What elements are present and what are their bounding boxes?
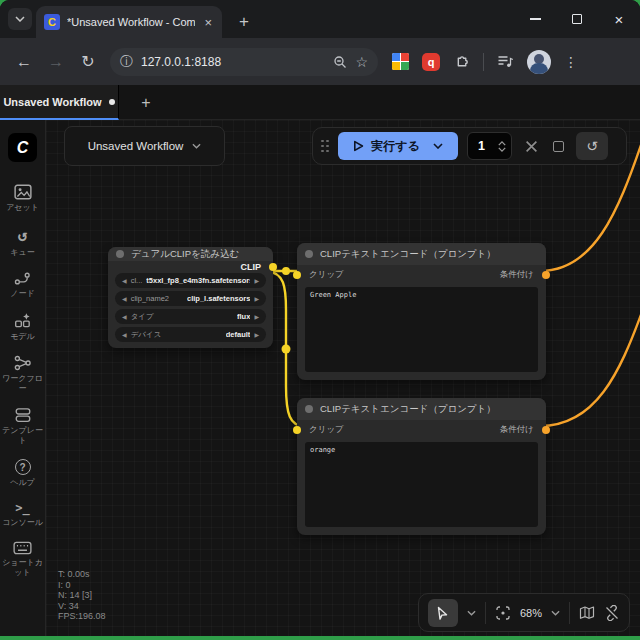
- clear-queue-button[interactable]: [525, 140, 538, 153]
- image-icon: [14, 184, 32, 200]
- clip-input-pin[interactable]: [293, 426, 301, 434]
- forward-button: →: [40, 46, 72, 78]
- focus-icon: [495, 605, 511, 621]
- fit-view-button[interactable]: [495, 605, 511, 621]
- prompt-textarea[interactable]: orange: [305, 442, 538, 527]
- browser-menu-icon[interactable]: ⋮: [564, 54, 578, 70]
- sidebar-item-nodes[interactable]: ノード: [0, 271, 45, 299]
- comfyui-logo[interactable]: C: [8, 133, 37, 162]
- node-header[interactable]: CLIPテキストエンコード（プロンプト）: [297, 243, 546, 265]
- run-button[interactable]: 実行する: [338, 132, 458, 160]
- conditioning-output-pin[interactable]: [542, 271, 550, 279]
- zoom-chevron[interactable]: [551, 610, 560, 616]
- play-icon: [353, 140, 364, 152]
- stat-version: V: 34: [58, 601, 106, 612]
- google-extension-icon[interactable]: [392, 53, 409, 70]
- stop-button[interactable]: [553, 141, 564, 152]
- extensions-puzzle-icon[interactable]: [453, 53, 470, 70]
- back-button[interactable]: ←: [8, 46, 40, 78]
- minimap-button[interactable]: [579, 605, 595, 620]
- queue-count-stepper[interactable]: 1: [467, 132, 512, 160]
- prompt-textarea[interactable]: Green Apple: [305, 287, 538, 372]
- comfyui-favicon: C: [44, 14, 60, 30]
- profile-avatar[interactable]: [527, 50, 551, 74]
- canvas-toolbar: 68%: [418, 593, 630, 632]
- conditioning-output-pin[interactable]: [542, 426, 550, 434]
- new-workflow-button[interactable]: +: [133, 90, 159, 116]
- sidebar-item-queue[interactable]: ↺ キュー: [0, 226, 45, 258]
- graph-canvas[interactable]: Unsaved Workflow 実行する 1: [46, 120, 640, 636]
- site-info-icon[interactable]: ⓘ: [120, 53, 133, 71]
- node-clip-text-encode-2[interactable]: CLIPテキストエンコード（プロンプト） クリップ 条件付け orange: [297, 398, 546, 535]
- workflow-tabbar: Unsaved Workflow +: [0, 85, 640, 120]
- workflow-name-dropdown[interactable]: Unsaved Workflow: [64, 126, 225, 166]
- templates-icon: [14, 407, 32, 423]
- perf-stats: T: 0.00s I: 0 N: 14 [3] V: 34 FPS:196.08: [58, 569, 106, 622]
- clip-output-pin[interactable]: [269, 263, 277, 271]
- link-midpoint-dot[interactable]: [282, 267, 290, 275]
- browser-tab[interactable]: C *Unsaved Workflow - ComfyUI ×: [36, 6, 222, 38]
- window-controls: ×: [514, 0, 640, 38]
- url-text[interactable]: 127.0.0.1:8188: [141, 55, 325, 69]
- drag-handle[interactable]: [321, 140, 329, 153]
- red-extension-icon[interactable]: q: [422, 53, 440, 71]
- queue-history-button[interactable]: ↺: [576, 132, 608, 160]
- stepper-arrows[interactable]: [498, 141, 506, 152]
- node-header[interactable]: CLIPテキストエンコード（プロンプト）: [297, 398, 546, 420]
- minimize-icon: [530, 18, 541, 19]
- minimize-button[interactable]: [514, 0, 556, 38]
- terminal-icon: >_: [15, 501, 29, 515]
- stop-icon: [553, 141, 564, 152]
- widget-clip-name1[interactable]: ◀ cl... t5xxl_fp8_e4m3fn.safetensors ▶: [115, 273, 266, 288]
- link-off-icon: [604, 605, 620, 621]
- tab-search-button[interactable]: [8, 8, 32, 30]
- node-header[interactable]: デュアルCLIPを読み込む: [108, 247, 273, 261]
- unsaved-dot: [109, 99, 115, 105]
- slot-row: クリップ 条件付け: [297, 420, 546, 440]
- node-clip-text-encode-1[interactable]: CLIPテキストエンコード（プロンプト） クリップ 条件付け Green App…: [297, 243, 546, 380]
- address-bar[interactable]: ⓘ 127.0.0.1:8188 ☆: [110, 48, 378, 76]
- tool-options-chevron[interactable]: [467, 610, 476, 616]
- node-collapse-dot[interactable]: [305, 250, 313, 258]
- stat-iterations: I: 0: [58, 580, 106, 591]
- widget-clip-name2[interactable]: ◀ clip_name2 clip_l.safetensors ▶: [115, 291, 266, 306]
- zoom-level[interactable]: 68%: [520, 607, 542, 619]
- queue-count[interactable]: 1: [478, 139, 498, 153]
- new-tab-button[interactable]: +: [232, 10, 256, 34]
- node-collapse-dot[interactable]: [305, 405, 313, 413]
- bookmark-star-icon[interactable]: ☆: [355, 54, 368, 70]
- map-icon: [579, 605, 595, 620]
- main-area: C アセット ↺ キュー ノード モデル: [0, 120, 640, 636]
- sidebar-item-assets[interactable]: アセット: [0, 184, 45, 213]
- stat-fps: FPS:196.08: [58, 611, 106, 622]
- workflow-tab-active[interactable]: Unsaved Workflow: [0, 85, 119, 120]
- close-button[interactable]: ×: [598, 0, 640, 38]
- run-toolbar: 実行する 1 ↺: [312, 127, 627, 165]
- sidebar-item-models[interactable]: モデル: [0, 312, 45, 342]
- extension-area: q ⋮: [392, 50, 578, 74]
- zoom-out-icon[interactable]: [333, 55, 347, 69]
- clip-input-pin[interactable]: [293, 271, 301, 279]
- sidebar-item-help[interactable]: ? ヘルプ: [0, 459, 45, 488]
- reload-button[interactable]: ↻: [72, 46, 104, 78]
- toggle-links-button[interactable]: [604, 605, 620, 621]
- keyboard-icon: [13, 541, 32, 555]
- run-options-chevron-icon[interactable]: [433, 143, 443, 149]
- sidebar-item-shortcuts[interactable]: ショートカット: [0, 541, 45, 578]
- link-midpoint-dot[interactable]: [282, 345, 291, 354]
- help-icon: ?: [15, 459, 31, 475]
- sidebar-item-templates[interactable]: テンプレート: [0, 407, 45, 446]
- sidebar-item-console[interactable]: >_ コンソール: [0, 501, 45, 528]
- sidebar-item-workflows[interactable]: ワークフロー: [0, 355, 45, 394]
- maximize-button[interactable]: [556, 0, 598, 38]
- browser-tab-title: *Unsaved Workflow - ComfyUI: [67, 16, 195, 28]
- node-dual-clip-loader[interactable]: デュアルCLIPを読み込む CLIP ◀ cl... t5xxl_fp8_e4m…: [108, 247, 273, 348]
- link-cond2-out: [540, 312, 640, 426]
- playlist-icon[interactable]: [497, 54, 514, 69]
- pointer-tool-button[interactable]: [428, 599, 458, 627]
- tab-close-icon[interactable]: ×: [202, 15, 214, 30]
- output-slot-row: CLIP: [108, 261, 273, 272]
- node-collapse-dot[interactable]: [116, 250, 124, 258]
- widget-device[interactable]: ◀ デバイス default ▶: [115, 327, 266, 342]
- widget-type[interactable]: ◀ タイプ flux ▶: [115, 309, 266, 324]
